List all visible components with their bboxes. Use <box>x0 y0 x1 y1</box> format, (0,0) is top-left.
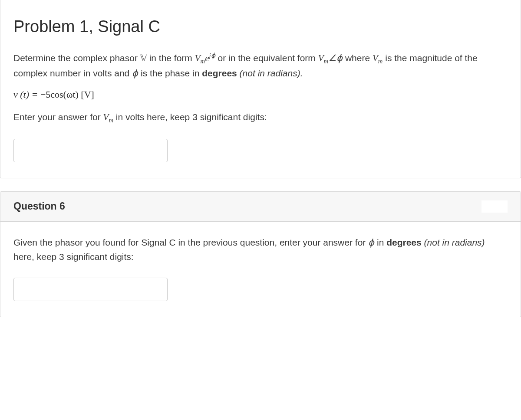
question-5-body: Problem 1, Signal C Determine the comple… <box>0 0 521 178</box>
problem-intro: Determine the complex phasor 𝕍 in the fo… <box>13 51 508 81</box>
symbol-Vm-prompt: Vm <box>103 112 113 122</box>
intro-text-b: in the form <box>147 53 195 63</box>
intro-text-c: or in the equivalent form <box>215 53 318 63</box>
intro-text-f: is the phase in <box>138 68 202 78</box>
symbol-Vm: Vm <box>373 53 383 63</box>
question-6-card: Question 6 Given the phasor you found fo… <box>0 191 521 317</box>
prompt-text-b: in volts here, keep 3 significant digits… <box>113 112 267 122</box>
equation-lhs: v (t) = <box>13 89 40 100</box>
question-6-body: Given the phasor you found for Signal C … <box>0 222 521 317</box>
intro-text-a: Determine the complex phasor <box>13 53 140 63</box>
prompt-text-a: Enter your answer for <box>13 112 103 122</box>
q6-prompt-b: in <box>374 237 386 247</box>
answer-prompt-q6: Given the phasor you found for Signal C … <box>13 236 508 264</box>
q6-prompt-a: Given the phasor you found for Signal C … <box>13 237 368 247</box>
question-5-card: Problem 1, Signal C Determine the comple… <box>0 0 521 178</box>
answer-prompt-q5: Enter your answer for Vm in volts here, … <box>13 110 508 125</box>
q6-prompt-c: here, keep 3 significant digits: <box>13 252 134 262</box>
question-6-header: Question 6 <box>0 192 521 222</box>
answer-input-vm[interactable] <box>13 139 168 162</box>
equation-line: v (t) = −5cos(ωt) [V] <box>13 87 508 102</box>
symbol-Vm-ejphi: Vmejϕ <box>195 53 215 63</box>
degrees-keyword-q6: degrees <box>386 237 422 247</box>
question-6-points-box <box>481 200 508 213</box>
problem-title: Problem 1, Signal C <box>13 14 508 39</box>
symbol-phi-q6: ϕ <box>368 237 374 248</box>
not-radians-note: (not in radians). <box>237 68 303 78</box>
symbol-double-struck-V: 𝕍 <box>140 53 147 63</box>
symbol-phi: ϕ <box>132 68 138 79</box>
degrees-keyword: degrees <box>202 68 237 78</box>
equation-rhs: −5cos(ωt) [V] <box>40 89 94 100</box>
intro-text-d: where <box>343 53 373 63</box>
answer-input-phi[interactable] <box>13 278 168 301</box>
question-6-title: Question 6 <box>13 199 65 214</box>
symbol-Vm-angle-phi: Vm∠ϕ <box>318 53 343 63</box>
not-radians-note-q6: (not in radians) <box>422 237 485 247</box>
